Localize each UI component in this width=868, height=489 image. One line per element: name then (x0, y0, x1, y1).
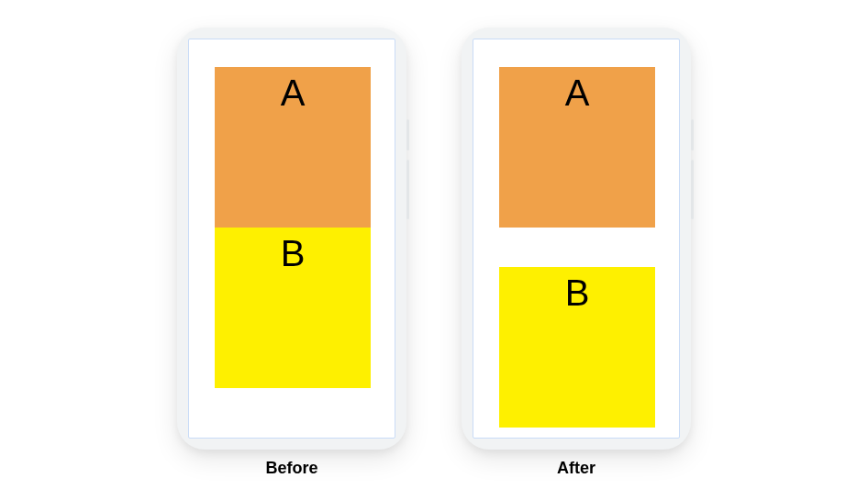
diagram-stage: A B Before A B After (0, 0, 868, 489)
block-a-after: A (499, 67, 655, 228)
phone-screen-after: A B (473, 39, 680, 439)
caption-after: After (557, 459, 595, 478)
phone-before-column: A B Before (177, 28, 406, 478)
phone-screen-before: A B (188, 39, 395, 439)
block-a-label: A (281, 72, 306, 113)
phone-frame-after: A B (462, 28, 691, 450)
block-b-label: B (281, 233, 306, 273)
block-b-label: B (565, 272, 590, 313)
phone-after-column: A B After (462, 28, 691, 478)
phone-frame-before: A B (177, 28, 406, 450)
block-a-label: A (565, 72, 590, 113)
block-b-after: B (499, 267, 655, 428)
block-b-before: B (215, 228, 371, 388)
caption-before: Before (265, 459, 317, 478)
block-a-before: A (215, 67, 371, 228)
